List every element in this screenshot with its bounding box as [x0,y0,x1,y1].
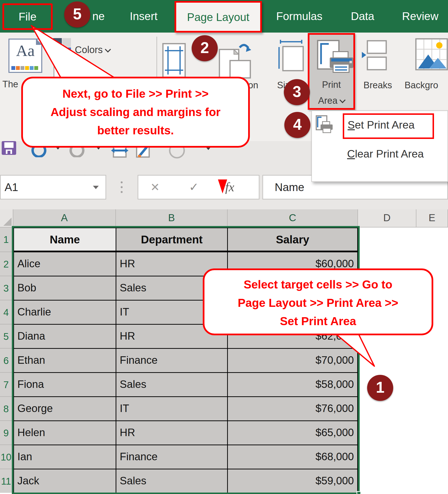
file-highlight-box: File [2,3,53,30]
row-header-11[interactable]: 11 [0,469,13,493]
select-all-button[interactable] [0,209,13,227]
fill-handle[interactable] [357,491,361,494]
name-box[interactable]: A1 [0,175,106,199]
cell[interactable]: Charlie [14,301,116,325]
cell[interactable]: $70,000 [228,349,358,373]
column-header-a[interactable]: A [13,209,116,227]
table-row: Ethan Finance $70,000 [14,349,358,373]
table-row: Ian Finance $68,000 [14,445,358,469]
row-header-5[interactable]: 5 [0,324,13,348]
breaks-button[interactable] [361,40,390,71]
tab-page-layout[interactable]: Page Layout [175,1,262,33]
cell[interactable]: Helen [14,421,116,445]
table-row: Fiona Sales $58,000 [14,373,358,397]
colors-icon [53,38,71,56]
set-print-area-icon [315,115,334,135]
save-button[interactable] [2,141,16,155]
margins-button[interactable] [162,43,186,78]
tab-formulas[interactable]: Formulas [275,0,323,33]
size-button[interactable] [278,39,306,72]
data-table: Name Department Salary Alice HR $60,000 … [13,227,358,494]
fonts-button[interactable]: A [54,64,71,78]
insert-function-icon[interactable]: fx [225,176,234,199]
cell-c1[interactable]: Salary [228,228,358,252]
select-all-icon [3,218,12,226]
row-header-1[interactable]: 1 [0,227,13,252]
cell[interactable]: Ian [14,445,116,469]
themes-button[interactable]: Aa [8,39,42,73]
row-header-6[interactable]: 6 [0,348,13,372]
print-area-icon [316,39,355,74]
background-button[interactable] [415,38,448,73]
row-header-3[interactable]: 3 [0,276,13,300]
cell-b1[interactable]: Department [116,228,228,252]
cell[interactable]: Bob [14,276,116,301]
tab-insert[interactable]: Insert [126,0,162,33]
column-header-e[interactable]: E [416,209,448,227]
column-header-c[interactable]: C [228,209,358,227]
menu-item-clear-print-area[interactable]: Clear Print Area [347,148,424,160]
chevron-down-icon [105,46,111,52]
formula-buttons: ✕ ✓ fx [138,175,259,199]
name-box-dropdown-icon[interactable] [93,186,99,189]
row-header-2[interactable]: 2 [0,252,13,276]
set-print-area-highlight-box [343,113,434,139]
chevron-down-icon [339,97,346,103]
tab-data[interactable]: Data [348,0,378,33]
cell[interactable]: Jack [14,469,116,494]
row-header-8[interactable]: 8 [0,396,13,420]
qat-more-icon[interactable] [206,148,210,150]
themes-icon: Aa [9,41,41,60]
enter-icon[interactable]: ✓ [189,176,199,199]
cell[interactable]: Sales [116,373,228,397]
table-row: Helen HR $65,000 [14,421,358,445]
step-badge-2: 2 [192,35,218,61]
step-badge-1: 1 [367,375,393,401]
tab-review[interactable]: Review [398,0,443,33]
formula-value: Name [275,176,304,199]
cell[interactable]: George [14,397,116,421]
cell[interactable]: $58,000 [228,373,358,397]
cell[interactable]: Finance [116,445,228,469]
column-header-d[interactable]: D [358,209,416,227]
cell[interactable]: Finance [116,349,228,373]
cell[interactable]: Sales [116,469,228,494]
orientation-button[interactable] [218,39,251,80]
tab-home-partial[interactable]: ne [89,0,108,33]
themes-label: The [2,79,18,89]
cell[interactable]: Alice [14,252,116,276]
step-badge-4: 4 [284,112,310,138]
cell[interactable]: $76,000 [228,397,358,421]
step-badge-3: 3 [284,79,310,105]
cell[interactable]: $65,000 [228,421,358,445]
table-row: George IT $76,000 [14,397,358,421]
table-row: Jack Sales $59,000 [14,469,358,494]
column-header-b[interactable]: B [116,209,228,227]
cell[interactable]: HR [116,421,228,445]
excel-window: ne Insert Formulas Data Review Page Layo… [0,0,448,494]
row-header-4[interactable]: 4 [0,300,13,324]
cancel-icon[interactable]: ✕ [150,176,160,199]
callout-table-tip: Select target cells >> Go to Page Layout… [203,269,433,335]
print-area-label-line2: Area [309,96,353,106]
callout-ribbon-tip: Next, go to File >> Print >> Adjust scal… [21,77,250,148]
cell[interactable]: Fiona [14,373,116,397]
row-header-10[interactable]: 10 [0,445,13,469]
cell[interactable]: IT [116,397,228,421]
row-header-7[interactable]: 7 [0,372,13,396]
step-badge-5: 5 [64,1,90,27]
cell[interactable]: $59,000 [228,469,358,494]
cell[interactable]: Diana [14,325,116,349]
name-box-value: A1 [5,176,18,199]
background-label: Backgro [405,80,448,90]
cell[interactable]: Ethan [14,349,116,373]
tab-file[interactable]: File [4,5,51,28]
cell[interactable]: $68,000 [228,445,358,469]
colors-button[interactable]: Colors [75,44,110,55]
formula-bar-drag-handle[interactable] [121,181,123,196]
print-area-label-line1: Print [309,80,353,90]
cell-a1[interactable]: Name [14,228,116,252]
row-header-9[interactable]: 9 [0,420,13,445]
print-area-button[interactable]: Print Area [308,33,355,110]
breaks-label: Breaks [357,80,398,90]
